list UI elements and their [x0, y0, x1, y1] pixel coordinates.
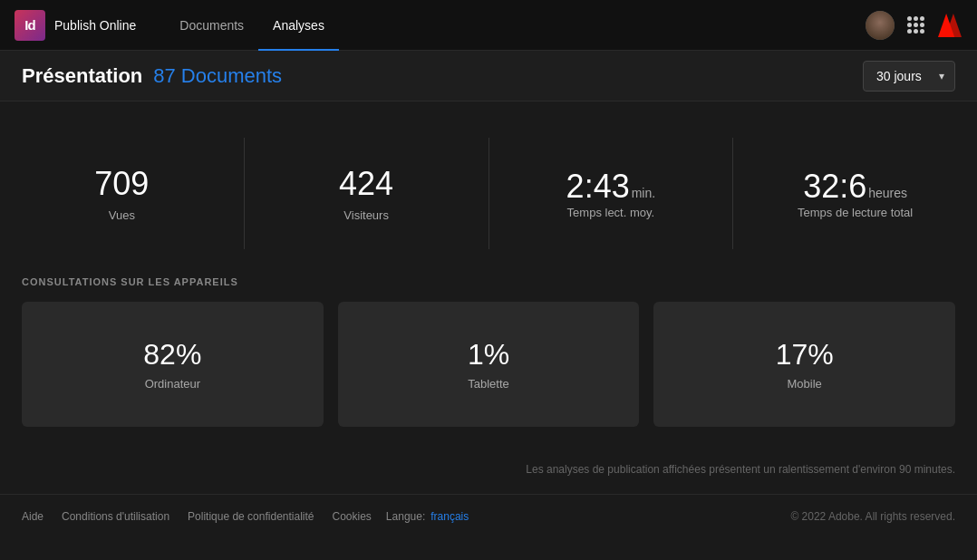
stat-vues-label: Vues [109, 208, 135, 222]
apps-grid-icon[interactable] [907, 16, 924, 34]
period-wrapper[interactable]: 30 jours 7 jours 90 jours [863, 61, 955, 92]
footer-lang-label: Langue: [386, 510, 425, 523]
period-dropdown[interactable]: 30 jours 7 jours 90 jours [863, 61, 955, 92]
stat-temps-moy-label: Temps lect. moy. [567, 206, 655, 219]
stats-row: 709 Vues 424 Visiteurs 2:43 min. Temps l… [0, 138, 977, 249]
nav-analyses[interactable]: Analyses [258, 0, 339, 51]
stat-temps-moy-suffix: min. [632, 186, 655, 200]
devices-section: CONSULTATIONS SUR LES APPAREILS 82% Ordi… [0, 267, 977, 463]
devices-title: CONSULTATIONS SUR LES APPAREILS [22, 276, 955, 287]
device-ordinateur: 82% Ordinateur [22, 302, 324, 427]
app-icon: Id [15, 10, 45, 41]
main-nav: Documents Analyses [165, 0, 866, 51]
stat-temps-total-value: 32:6 [803, 168, 866, 206]
device-ordinateur-percent: 82% [143, 338, 201, 372]
footer-link-cookies[interactable]: Cookies [333, 510, 372, 523]
device-mobile-percent: 17% [776, 338, 834, 372]
period-selector: 30 jours 7 jours 90 jours [863, 61, 955, 92]
header: Id Publish Online Documents Analyses [0, 0, 977, 51]
footer-note: Les analyses de publication affichées pr… [0, 463, 977, 494]
stat-temps-total-combined: 32:6 heures [803, 168, 907, 206]
device-tablette-label: Tablette [468, 377, 509, 391]
docs-count[interactable]: 87 Documents [153, 64, 282, 88]
toolbar: Présentation 87 Documents 30 jours 7 jou… [0, 51, 977, 101]
page-title: Présentation [22, 64, 142, 88]
stat-temps-total-label: Temps de lecture total [798, 206, 913, 219]
footer-language: Langue: français [386, 510, 469, 523]
avatar[interactable] [866, 11, 895, 40]
footer-copyright: © 2022 Adobe. All rights reserved. [790, 510, 955, 523]
footer-link-conditions[interactable]: Conditions d'utilisation [62, 510, 169, 523]
nav-documents[interactable]: Documents [165, 0, 258, 51]
stat-visiteurs-value: 424 [339, 165, 393, 203]
main-content: 709 Vues 424 Visiteurs 2:43 min. Temps l… [0, 101, 977, 494]
logo: Id Publish Online [15, 10, 136, 41]
footer-lang-value[interactable]: français [430, 510, 469, 523]
stat-temps-moy-combined: 2:43 min. [566, 168, 656, 206]
device-tablette-percent: 1% [468, 338, 509, 372]
stat-temps-total-suffix: heures [868, 186, 907, 200]
device-ordinateur-label: Ordinateur [145, 377, 200, 391]
adobe-icon[interactable] [937, 13, 962, 38]
stat-temps-moy-value: 2:43 [566, 168, 630, 206]
stat-vues: 709 Vues [0, 138, 245, 249]
footer-link-confidentialite[interactable]: Politique de confidentialité [188, 510, 314, 523]
device-tablette: 1% Tablette [338, 302, 640, 427]
stat-visiteurs: 424 Visiteurs [245, 138, 489, 249]
stat-temps-total: 32:6 heures Temps de lecture total [733, 138, 977, 249]
app-title: Publish Online [54, 18, 136, 33]
footer: Aide Conditions d'utilisation Politique … [0, 494, 977, 537]
footer-links: Aide Conditions d'utilisation Politique … [22, 510, 372, 523]
footer-link-aide[interactable]: Aide [22, 510, 44, 523]
stat-visiteurs-label: Visiteurs [343, 208, 389, 222]
header-right [866, 11, 962, 40]
stat-vues-value: 709 [94, 165, 149, 203]
device-mobile-label: Mobile [788, 377, 822, 391]
stat-temps-moy: 2:43 min. Temps lect. moy. [489, 138, 734, 249]
device-mobile: 17% Mobile [653, 302, 955, 427]
devices-grid: 82% Ordinateur 1% Tablette 17% Mobile [22, 302, 955, 427]
